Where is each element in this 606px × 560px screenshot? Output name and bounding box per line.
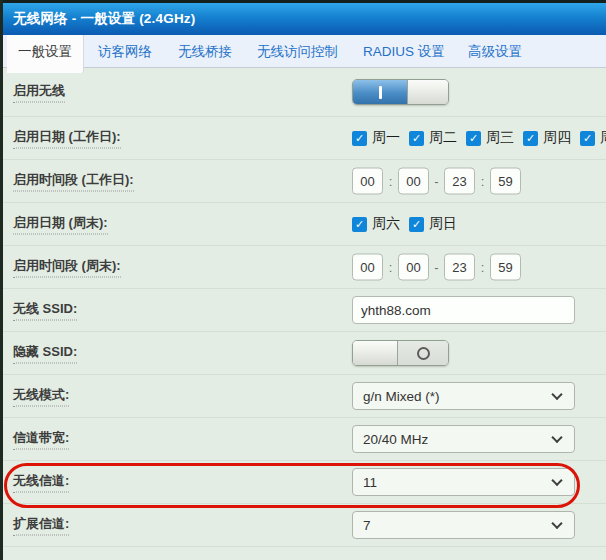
row-enable-wireless: 启用无线: [3, 68, 606, 117]
enable-time-weekday-label: 启用时间段 (工作日):: [13, 171, 134, 192]
checkbox-label: 周一: [372, 129, 400, 147]
time-dash-separator: -: [429, 260, 444, 275]
checkbox-checked-icon: ✓: [523, 131, 538, 146]
checkbox-sunday[interactable]: ✓ 周日: [409, 215, 466, 233]
checkbox-checked-icon: ✓: [352, 217, 367, 232]
checkbox-tuesday[interactable]: ✓ 周二: [409, 129, 466, 147]
checkbox-saturday[interactable]: ✓ 周六: [352, 215, 409, 233]
weekend-from-hour-input[interactable]: [352, 254, 383, 281]
checkbox-label: 周二: [429, 129, 457, 147]
row-wireless-mode: 无线模式: g/n Mixed (*): [3, 375, 606, 418]
checkbox-monday[interactable]: ✓ 周一: [352, 129, 409, 147]
selected-value: 20/40 MHz: [363, 432, 428, 447]
enable-wireless-label: 启用无线: [13, 82, 65, 103]
checkbox-checked-icon: ✓: [580, 131, 595, 146]
ssid-input[interactable]: [352, 296, 575, 324]
chevron-down-icon: [551, 475, 562, 486]
main-panel: 无线网络 - 一般设置 (2.4GHz) 一般设置 访客网络 无线桥接 无线访问…: [3, 3, 606, 560]
row-ssid: 无线 SSID:: [3, 289, 606, 332]
selected-value: 11: [363, 475, 377, 490]
checkbox-label: 周四: [543, 129, 571, 147]
weekday-to-minute-input[interactable]: [490, 168, 521, 195]
time-colon-separator: :: [383, 174, 398, 189]
time-colon-separator: :: [475, 260, 490, 275]
enable-days-weekend-label: 启用日期 (周末):: [13, 214, 108, 235]
extension-channel-label: 扩展信道:: [13, 515, 69, 536]
tab-general-settings[interactable]: 一般设置: [7, 35, 84, 73]
row-channel-bandwidth: 信道带宽: 20/40 MHz: [3, 418, 606, 461]
toggle-knob: [353, 341, 398, 365]
ssid-label: 无线 SSID:: [13, 300, 77, 321]
checkbox-label: 周五: [600, 129, 606, 147]
channel-bandwidth-select[interactable]: 20/40 MHz: [352, 425, 575, 453]
window-left-edge: [0, 0, 3, 560]
chevron-down-icon: [551, 518, 562, 529]
selected-value: g/n Mixed (*): [363, 389, 440, 404]
row-wireless-channel: 无线信道: 11: [3, 461, 606, 504]
checkbox-label: 周六: [372, 215, 400, 233]
row-enable-time-weekend: 启用时间段 (周末): : - :: [3, 246, 606, 289]
tab-bar: 一般设置 访客网络 无线桥接 无线访问控制 RADIUS 设置 高级设置: [3, 35, 606, 68]
weekday-from-hour-input[interactable]: [352, 168, 383, 195]
tab-wireless-bridge[interactable]: 无线桥接: [178, 35, 232, 68]
weekend-to-hour-input[interactable]: [444, 254, 475, 281]
checkbox-friday[interactable]: ✓ 周五: [580, 129, 606, 147]
toggle-on-track: [353, 80, 407, 104]
enable-wireless-toggle[interactable]: [352, 79, 449, 105]
channel-bandwidth-label: 信道带宽:: [13, 429, 69, 450]
weekend-from-minute-input[interactable]: [398, 254, 429, 281]
row-enable-time-weekday: 启用时间段 (工作日): : - :: [3, 160, 606, 203]
next-row-partial: [3, 547, 606, 560]
selected-value: 7: [363, 518, 371, 533]
row-hide-ssid: 隐藏 SSID:: [3, 332, 606, 375]
checkbox-label: 周三: [486, 129, 514, 147]
time-colon-separator: :: [475, 174, 490, 189]
toggle-off-track: [398, 341, 448, 365]
time-colon-separator: :: [383, 260, 398, 275]
tab-advanced-settings[interactable]: 高级设置: [468, 35, 522, 68]
toggle-on-icon: [379, 86, 382, 99]
wireless-settings-page: 无线网络 - 一般设置 (2.4GHz) 一般设置 访客网络 无线桥接 无线访问…: [0, 0, 606, 560]
toggle-off-icon: [417, 347, 430, 360]
window-top-edge: [0, 0, 606, 3]
checkbox-checked-icon: ✓: [409, 217, 424, 232]
section-title-bar: 无线网络 - 一般设置 (2.4GHz): [3, 3, 606, 35]
row-enable-days-weekday: 启用日期 (工作日): ✓ 周一 ✓ 周二 ✓ 周三 ✓: [3, 117, 606, 160]
row-enable-days-weekend: 启用日期 (周末): ✓ 周六 ✓ 周日: [3, 203, 606, 246]
wireless-channel-label: 无线信道:: [13, 472, 69, 493]
weekday-from-minute-input[interactable]: [398, 168, 429, 195]
wireless-mode-label: 无线模式:: [13, 386, 69, 407]
chevron-down-icon: [551, 432, 562, 443]
chevron-down-icon: [551, 389, 562, 400]
time-dash-separator: -: [429, 174, 444, 189]
wireless-channel-select[interactable]: 11: [352, 468, 575, 496]
checkbox-label: 周日: [429, 215, 457, 233]
page-title: 无线网络 - 一般设置 (2.4GHz): [13, 10, 196, 28]
checkbox-checked-icon: ✓: [352, 131, 367, 146]
wireless-mode-select[interactable]: g/n Mixed (*): [352, 382, 575, 410]
row-extension-channel: 扩展信道: 7: [3, 504, 606, 547]
enable-days-weekday-label: 启用日期 (工作日):: [13, 128, 121, 149]
hide-ssid-label: 隐藏 SSID:: [13, 343, 77, 364]
tab-wireless-access-control[interactable]: 无线访问控制: [257, 35, 338, 68]
checkbox-checked-icon: ✓: [409, 131, 424, 146]
checkbox-checked-icon: ✓: [466, 131, 481, 146]
checkbox-wednesday[interactable]: ✓ 周三: [466, 129, 523, 147]
settings-form: 启用无线 启用日期 (工作日): ✓ 周一: [3, 68, 606, 560]
hide-ssid-toggle[interactable]: [352, 340, 449, 366]
checkbox-thursday[interactable]: ✓ 周四: [523, 129, 580, 147]
tab-guest-network[interactable]: 访客网络: [98, 35, 152, 68]
toggle-knob: [407, 80, 448, 104]
weekday-to-hour-input[interactable]: [444, 168, 475, 195]
weekend-to-minute-input[interactable]: [490, 254, 521, 281]
extension-channel-select[interactable]: 7: [352, 511, 575, 539]
enable-time-weekend-label: 启用时间段 (周末):: [13, 257, 121, 278]
tab-radius-settings[interactable]: RADIUS 设置: [363, 35, 445, 68]
